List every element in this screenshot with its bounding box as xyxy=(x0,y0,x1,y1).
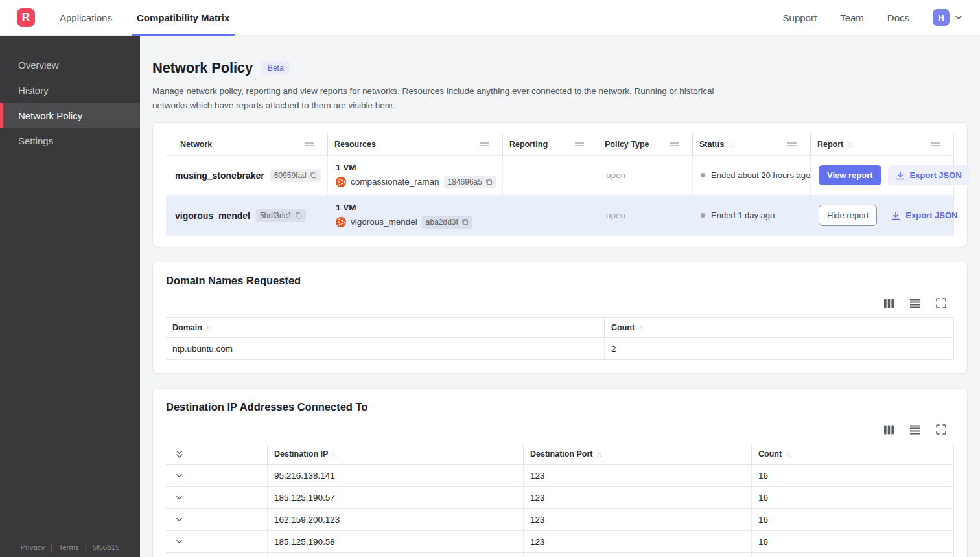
column-label: Domain xyxy=(172,323,202,332)
columns-icon[interactable] xyxy=(883,424,894,435)
destination-row[interactable]: 185.125.190.58 123 16 xyxy=(166,531,953,553)
column-header-destination-ip[interactable]: Destination IP ↑↓ xyxy=(268,444,524,464)
reporting-value: – xyxy=(511,170,516,180)
copy-icon[interactable] xyxy=(295,212,302,219)
nav-link-support[interactable]: Support xyxy=(783,12,817,23)
destination-port-value: 123 xyxy=(524,509,752,530)
build-hash: 5f56b15 xyxy=(93,543,120,551)
destination-row[interactable]: 162.159.200.123 123 16 xyxy=(166,509,953,531)
vm-count: 1 VM xyxy=(336,163,356,172)
top-navbar: R Applications Compatibility Matrix Supp… xyxy=(0,0,980,36)
network-row-musing-stonebraker[interactable]: musing_stonebraker 60959fad 1 VM compass… xyxy=(166,155,953,196)
column-header-domain[interactable]: Domain ↑↓ xyxy=(166,318,605,337)
column-header-network[interactable]: Network xyxy=(166,133,328,155)
user-menu[interactable]: H xyxy=(933,9,963,26)
footer-divider: | xyxy=(85,543,87,552)
terms-link[interactable]: Terms xyxy=(58,543,78,551)
status-badge: Ended about 20 hours ago xyxy=(701,170,810,180)
destination-row[interactable]: 95.216.100.21 123 16 xyxy=(166,553,953,557)
domain-names-card: Domain Names Requested Domain ↑↓ Count ↑… xyxy=(152,262,968,374)
app-logo[interactable]: R xyxy=(17,8,35,27)
column-header-status[interactable]: Status ↑↓ xyxy=(693,133,811,155)
drag-handle-icon[interactable] xyxy=(787,142,797,147)
destination-ip-value: 95.216.138.141 xyxy=(268,465,524,486)
chevron-down-icon[interactable] xyxy=(175,494,183,502)
sort-icon[interactable]: ↑↓ xyxy=(786,450,790,458)
nav-tab-compatibility-matrix[interactable]: Compatibility Matrix xyxy=(137,0,229,36)
count-value: 16 xyxy=(752,531,953,552)
drag-handle-icon[interactable] xyxy=(479,142,489,147)
sidebar-item-overview[interactable]: Overview xyxy=(0,52,140,78)
chevron-down-icon[interactable] xyxy=(175,472,183,480)
column-header-count[interactable]: Count ↑↓ xyxy=(605,318,953,337)
export-json-button[interactable]: Export JSON xyxy=(888,165,970,185)
double-chevron-down-icon[interactable] xyxy=(175,449,184,459)
column-header-count[interactable]: Count ↑↓ xyxy=(752,444,953,464)
domain-row[interactable]: ntp.ubuntu.com 2 xyxy=(166,338,953,360)
nav-tab-applications[interactable]: Applications xyxy=(60,0,112,36)
domain-value: ntp.ubuntu.com xyxy=(166,338,605,359)
sidebar-item-network-policy[interactable]: Network Policy xyxy=(0,103,140,128)
fullscreen-icon[interactable] xyxy=(936,298,946,308)
row-density-icon[interactable] xyxy=(909,424,921,435)
nav-link-team[interactable]: Team xyxy=(840,12,864,23)
destination-row[interactable]: 95.216.138.141 123 16 xyxy=(166,465,953,487)
chevron-down-icon[interactable] xyxy=(175,538,183,546)
network-name: musing_stonebraker xyxy=(175,170,264,181)
column-header-resources[interactable]: Resources xyxy=(328,133,503,155)
sidebar: Overview History Network Policy Settings… xyxy=(0,36,140,557)
user-avatar: H xyxy=(933,9,950,26)
column-label: Resources xyxy=(329,140,376,149)
nav-tab-label: Applications xyxy=(60,12,112,23)
row-density-icon[interactable] xyxy=(909,298,921,309)
hide-report-button[interactable]: Hide report xyxy=(819,205,877,226)
count-value: 2 xyxy=(605,338,953,359)
sort-icon[interactable]: ↑↓ xyxy=(332,450,336,458)
download-icon xyxy=(891,211,900,220)
policy-type-value: open xyxy=(606,210,625,220)
column-label: Destination Port xyxy=(530,449,593,459)
column-label: Network xyxy=(167,140,212,149)
network-row-vigorous-mendel[interactable]: vigorous_mendel 5bdf3dc1 1 VM vigorous_m… xyxy=(166,196,953,236)
count-value: 16 xyxy=(752,465,953,486)
sort-icon[interactable]: ↑↓ xyxy=(847,141,852,148)
sort-icon[interactable]: ↑↓ xyxy=(597,450,601,458)
fullscreen-icon[interactable] xyxy=(936,424,946,435)
column-header-reporting[interactable]: Reporting xyxy=(503,133,598,155)
drag-handle-icon[interactable] xyxy=(304,142,314,147)
domains-table: Domain ↑↓ Count ↑↓ ntp.ubuntu.com 2 xyxy=(166,317,954,360)
sidebar-item-history[interactable]: History xyxy=(0,78,140,103)
drag-handle-icon[interactable] xyxy=(574,142,585,147)
sort-icon[interactable]: ↑↓ xyxy=(206,324,211,332)
column-label: Policy Type xyxy=(600,140,649,149)
columns-icon[interactable] xyxy=(883,298,894,309)
vm-count: 1 VM xyxy=(336,203,356,212)
column-header-destination-port[interactable]: Destination Port ↑↓ xyxy=(524,444,752,464)
copy-icon[interactable] xyxy=(485,178,493,185)
copy-icon[interactable] xyxy=(461,218,469,225)
download-icon xyxy=(896,171,905,180)
expand-all-header[interactable] xyxy=(166,444,268,464)
column-label: Count xyxy=(611,323,635,332)
chevron-down-icon[interactable] xyxy=(175,516,183,524)
copy-icon[interactable] xyxy=(310,172,317,179)
network-id: 5bdf3dc1 xyxy=(260,211,292,220)
sort-icon[interactable]: ↑↓ xyxy=(638,324,643,332)
drag-handle-icon[interactable] xyxy=(669,142,679,147)
network-id-pill: 5bdf3dc1 xyxy=(256,209,306,222)
count-value: 16 xyxy=(752,509,953,530)
privacy-link[interactable]: Privacy xyxy=(21,543,45,551)
export-json-label: Export JSON xyxy=(910,170,962,180)
destination-row[interactable]: 185.125.190.57 123 16 xyxy=(166,487,953,509)
export-json-button[interactable]: Export JSON xyxy=(883,205,965,225)
sort-icon[interactable]: ↑↓ xyxy=(728,141,732,148)
nav-link-docs[interactable]: Docs xyxy=(887,12,909,23)
network-table-card: Network Resources Reporting Policy Type … xyxy=(152,122,968,247)
card-title: Destination IP Addresses Connected To xyxy=(166,401,954,413)
view-report-button[interactable]: View report xyxy=(819,165,881,185)
column-header-policy-type[interactable]: Policy Type xyxy=(598,133,693,155)
column-header-report[interactable]: Report ↑↓ xyxy=(811,133,953,155)
drag-handle-icon[interactable] xyxy=(930,142,940,147)
sidebar-item-settings[interactable]: Settings xyxy=(0,128,140,153)
status-dot-icon xyxy=(701,213,705,218)
